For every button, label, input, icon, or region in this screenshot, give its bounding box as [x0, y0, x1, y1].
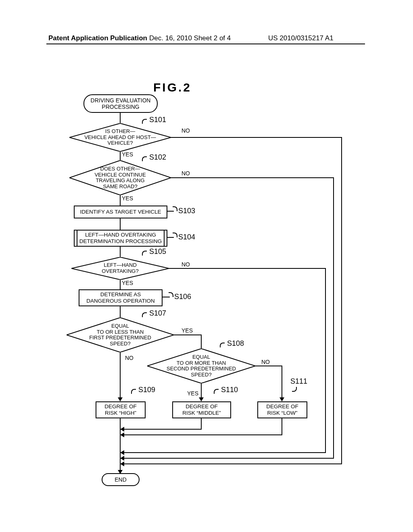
arrow-left-icon — [120, 450, 124, 455]
branch-no: NO — [181, 127, 190, 134]
node-s108-text: EQUAL TO OR MORE THAN SECOND PREDETERMIN… — [147, 354, 255, 378]
leader-curve — [173, 206, 177, 211]
arrow-down-icon — [199, 397, 204, 401]
node-s106-text: DETERMINE AS DANGEROUS OPERATION — [86, 291, 154, 304]
leader-curve — [142, 156, 147, 161]
branch-yes: YES — [122, 280, 133, 286]
node-s102: DOES OTHER— VEHICLE CONTINUE TRAVELING A… — [69, 160, 171, 195]
leader-curve — [214, 389, 219, 394]
branch-yes: YES — [122, 195, 133, 202]
label-s101: S101 — [149, 116, 166, 124]
leader-curve — [173, 233, 177, 237]
arrow-down-icon — [280, 397, 284, 401]
branch-yes: YES — [181, 327, 193, 334]
connector — [169, 268, 326, 269]
node-s110: DEGREE OF RISK “MIDDLE” — [172, 401, 231, 418]
node-s101-text: IS OTHER— VEHICLE AHEAD OF HOST— VEHICLE… — [69, 129, 171, 146]
connector — [120, 152, 121, 160]
branch-no: NO — [181, 170, 190, 177]
connector — [201, 335, 202, 349]
node-start: DRIVING EVALUATION PROCESSING — [83, 94, 158, 113]
node-s103: IDENTIFY AS TARGET VEHICLE — [74, 206, 167, 218]
connector — [171, 177, 334, 178]
node-s105-text: LEFT—HAND OVERTAKING? — [71, 262, 169, 274]
leader-curve — [220, 343, 225, 347]
node-s110-text: DEGREE OF RISK “MIDDLE” — [182, 403, 221, 416]
connector — [171, 137, 342, 138]
node-s104-text: LEFT—HAND OVERTAKING DETERMINATION PROCE… — [79, 232, 162, 244]
header-publication: Patent Application Publication — [48, 34, 147, 42]
node-s103-text: IDENTIFY AS TARGET VEHICLE — [80, 209, 161, 215]
connector — [325, 268, 326, 452]
label-s110: S110 — [221, 386, 238, 394]
branch-no: NO — [181, 261, 190, 268]
arrow-down-icon — [118, 397, 123, 401]
label-s108: S108 — [227, 339, 244, 348]
node-s106: DETERMINE AS DANGEROUS OPERATION — [79, 289, 163, 306]
connector — [124, 429, 202, 430]
node-end-text: END — [115, 476, 127, 483]
node-s109: DEGREE OF RISK “HIGH” — [96, 401, 146, 418]
connector — [341, 137, 342, 463]
connector — [201, 418, 202, 430]
node-s104: LEFT—HAND OVERTAKING DETERMINATION PROCE… — [74, 230, 167, 247]
label-s109: S109 — [138, 386, 155, 394]
branch-yes: YES — [187, 390, 198, 397]
node-start-text: DRIVING EVALUATION PROCESSING — [91, 97, 151, 110]
node-s102-text: DOES OTHER— VEHICLE CONTINUE TRAVELING A… — [69, 166, 171, 189]
branch-yes: YES — [122, 151, 133, 158]
arrow-left-icon — [120, 432, 124, 437]
figure-title: FIG.2 — [153, 81, 192, 94]
leader-curve — [142, 119, 147, 124]
leader-curve — [142, 251, 147, 256]
connector — [333, 177, 334, 458]
connector — [124, 434, 282, 435]
node-s108: EQUAL TO OR MORE THAN SECOND PREDETERMIN… — [147, 349, 255, 383]
header-rule — [46, 44, 365, 44]
arrow-left-icon — [120, 427, 124, 432]
connector — [174, 335, 202, 335]
label-s106: S106 — [174, 293, 191, 301]
connector — [120, 280, 121, 289]
label-s102: S102 — [149, 153, 166, 162]
node-s107-text: EQUAL TO OR LESS THAN FIRST PREDETERMINE… — [67, 323, 174, 347]
node-s109-text: DEGREE OF RISK “HIGH” — [104, 403, 137, 416]
node-s111: DEGREE OF RISK “LOW” — [257, 401, 307, 418]
node-s101: IS OTHER— VEHICLE AHEAD OF HOST— VEHICLE… — [69, 123, 171, 152]
connector — [255, 366, 282, 366]
connector — [120, 112, 121, 123]
connector — [124, 452, 326, 453]
header-date-sheet: Dec. 16, 2010 Sheet 2 of 4 — [149, 34, 231, 42]
node-s111-text: DEGREE OF RISK “LOW” — [266, 403, 298, 416]
leader-curve — [142, 312, 147, 317]
arrow-left-icon — [120, 461, 124, 466]
node-s105: LEFT—HAND OVERTAKING? — [71, 257, 169, 280]
label-s105: S105 — [149, 247, 166, 256]
node-s107: EQUAL TO OR LESS THAN FIRST PREDETERMINE… — [67, 318, 174, 352]
connector — [120, 352, 121, 400]
node-end: END — [102, 473, 140, 486]
connector — [282, 366, 282, 400]
arrow-left-icon — [120, 456, 124, 461]
label-s103: S103 — [178, 207, 195, 215]
label-s111: S111 — [290, 377, 307, 386]
leader-curve — [292, 387, 297, 392]
label-s107: S107 — [149, 309, 166, 318]
header-pub-number: US 2010/0315217 A1 — [268, 34, 334, 42]
connector — [124, 458, 334, 459]
branch-no: NO — [125, 355, 133, 361]
connector — [120, 195, 121, 206]
label-s104: S104 — [178, 233, 195, 241]
leader-curve — [169, 292, 173, 297]
connector — [120, 305, 121, 318]
connector — [120, 218, 121, 230]
connector — [120, 246, 121, 257]
connector — [282, 418, 282, 435]
branch-no: NO — [261, 359, 270, 365]
leader-curve — [131, 389, 136, 394]
connector — [124, 463, 342, 464]
